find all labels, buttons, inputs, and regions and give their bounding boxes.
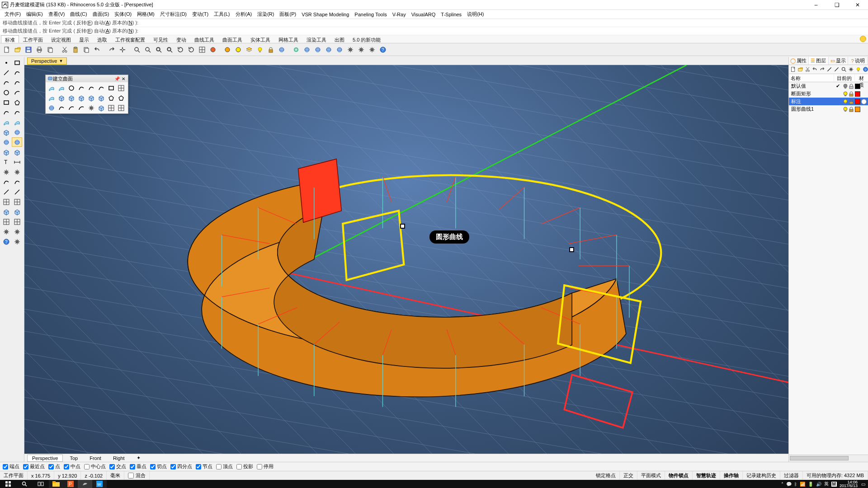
column-current[interactable]: 目前的 [834,74,854,82]
toolbar-button[interactable] [208,45,218,55]
lock-icon[interactable] [849,99,854,104]
toolbar-button[interactable] [34,45,44,55]
floating-toolbar-surface[interactable]: 建立曲面 📌 ✕ [45,75,128,114]
tool-button[interactable] [1,147,11,157]
palette-button[interactable] [86,83,96,93]
toolbar-tab[interactable]: 曲线工具 [190,35,218,43]
seam-handle[interactable] [400,224,405,229]
toolbar-button[interactable] [118,45,127,55]
status-blend[interactable]: 混合 [124,471,150,480]
toolbar-tab[interactable]: 标准 [1,35,19,43]
toolbar-button[interactable] [186,45,196,55]
layer-material-dot[interactable] [861,99,867,104]
tool-button[interactable] [1,98,11,107]
lock-icon[interactable] [849,107,854,112]
tool-button[interactable]: T [1,157,11,167]
tool-button[interactable] [12,127,22,137]
tool-button[interactable] [12,177,22,187]
command-input[interactable] [138,28,865,34]
toolbar-button[interactable] [233,45,243,55]
osnap-checkbox[interactable] [84,464,90,469]
tool-button[interactable] [12,167,22,177]
bulb-icon[interactable] [843,99,848,104]
view-tab[interactable]: Perspective [27,455,63,462]
tool-button[interactable] [1,167,11,177]
toolbar-button[interactable] [60,45,70,55]
menu-item[interactable]: 网格(M) [134,10,157,19]
osnap-checkbox[interactable] [48,464,54,469]
taskbar-app-generic[interactable]: W [92,480,107,488]
toolbar-button[interactable] [154,45,164,55]
layer-hscrollbar[interactable] [789,455,868,462]
osnap-option[interactable]: 端点 [3,463,19,470]
tool-button[interactable] [1,58,11,67]
palette-button[interactable] [116,103,126,113]
osnap-option[interactable]: 投影 [236,463,253,470]
toolbar-button[interactable] [132,45,142,55]
layer-current-check[interactable]: ✔ [834,83,842,89]
toolbar-button[interactable] [165,45,175,55]
tool-button[interactable] [1,207,11,216]
tool-button[interactable] [1,137,11,147]
osnap-option[interactable]: 交点 [109,463,126,470]
tool-button[interactable] [12,108,22,117]
toolbar-tab[interactable]: 网格工具 [274,35,302,43]
layer-tool-button[interactable] [841,66,847,73]
layer-tool-button[interactable] [819,66,825,73]
tool-button[interactable] [12,147,22,157]
menu-item[interactable]: 说明(H) [464,10,486,19]
toolbar-button[interactable] [324,45,334,55]
status-unit[interactable]: 毫米 [107,471,124,480]
status-toggle[interactable]: 过滤器 [780,471,803,480]
menu-item[interactable]: VSR Shape Modeling [299,11,352,18]
status-cplane[interactable]: 工作平面 [0,471,28,480]
menu-item[interactable]: 工具(L) [211,10,232,19]
toolbar-tab[interactable]: 可见性 [149,35,172,43]
tool-button[interactable] [12,98,22,107]
osnap-option[interactable]: 中点 [64,463,80,470]
toolbar-button[interactable] [345,45,355,55]
lock-icon[interactable] [849,84,854,89]
tool-button[interactable] [12,68,22,77]
toolbar-button[interactable] [356,45,366,55]
osnap-checkbox[interactable] [3,464,8,469]
toolbar-button[interactable] [302,45,312,55]
layer-tool-button[interactable] [826,66,832,73]
add-view-tab[interactable]: ✦ [132,454,146,462]
tool-button[interactable] [12,207,22,216]
menu-item[interactable]: 分析(A) [233,10,255,19]
layer-row[interactable]: 圆形曲线1 [789,105,868,113]
palette-button[interactable] [57,83,66,93]
osnap-option[interactable]: 停用 [257,463,274,470]
toolbar-button[interactable] [197,45,207,55]
palette-button[interactable] [76,103,86,113]
palette-button[interactable] [76,93,86,103]
bulb-icon[interactable] [843,91,848,97]
palette-button[interactable] [106,83,116,93]
menu-item[interactable]: 变动(T) [189,10,211,19]
osnap-option[interactable]: 中心点 [84,463,106,470]
pin-icon[interactable]: 📌 [114,76,120,81]
palette-button[interactable] [47,103,56,113]
layer-tool-button[interactable]: ? [863,66,868,73]
toolbar-button[interactable] [266,45,276,55]
tool-button[interactable] [1,217,11,226]
toolbar-button[interactable] [71,45,80,55]
tray-notifications-icon[interactable]: ▭ [861,482,865,487]
column-material[interactable]: 材质 [854,74,868,82]
palette-button[interactable] [96,103,106,113]
toolbar-tab[interactable]: 工作视窗配置 [111,35,149,43]
tool-button[interactable] [1,227,11,236]
tool-button[interactable] [12,78,22,87]
layer-color-swatch[interactable] [855,107,860,112]
toolbar-options-icon[interactable] [860,36,866,42]
osnap-option[interactable]: 节点 [196,463,212,470]
minimize-button[interactable]: – [806,0,826,10]
toolbar-button[interactable] [13,45,23,55]
osnap-option[interactable]: 垂点 [130,463,146,470]
tray-bluetooth-icon[interactable]: ᛒ [794,482,797,487]
search-icon[interactable] [16,480,33,488]
toolbar-tab[interactable]: 实体工具 [246,35,274,43]
right-tab[interactable]: ◯属性 [789,57,809,65]
osnap-checkbox[interactable] [23,464,28,469]
